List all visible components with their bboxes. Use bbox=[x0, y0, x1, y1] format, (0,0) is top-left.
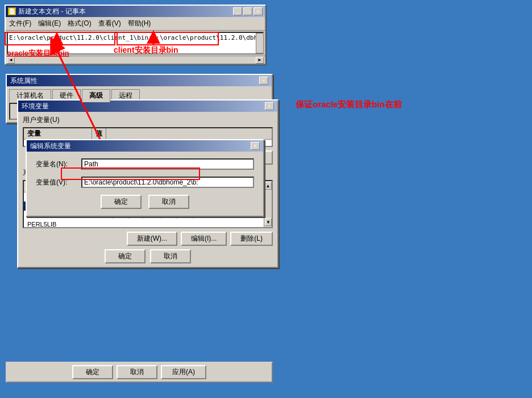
envvars-close-button[interactable]: × bbox=[265, 102, 274, 110]
editsysvar-close-button[interactable]: × bbox=[251, 142, 260, 150]
path-text: E:\oracle\product\11.2.0\client_1\bin;E:… bbox=[9, 34, 261, 41]
envvars-ok-button[interactable]: 确定 bbox=[105, 249, 146, 263]
editsysvar-title: 编辑系统变量 bbox=[30, 141, 71, 151]
right-annotation: 保证oracle安装目录bin在前 bbox=[296, 99, 402, 110]
oracle-bin-annotation: oracle安装目录bin bbox=[7, 48, 69, 58]
hscroll-right-arrow[interactable]: ► bbox=[256, 57, 264, 64]
notepad-close-button[interactable]: × bbox=[253, 7, 263, 15]
menu-view[interactable]: 查看(V) bbox=[97, 18, 122, 29]
sys-new-button[interactable]: 新建(W)... bbox=[127, 232, 177, 246]
notepad-menubar: 文件(F) 编辑(E) 格式(O) 查看(V) 帮助(H) bbox=[6, 17, 265, 31]
sysprops-title: 系统属性 bbox=[10, 76, 38, 86]
tab-advanced[interactable]: 高级 bbox=[82, 89, 110, 102]
sysprops-bottom-buttons: 确定 取消 应用(A) bbox=[6, 362, 273, 383]
user-var-col-var: 变量 bbox=[24, 128, 92, 139]
notepad-vscroll[interactable] bbox=[256, 33, 264, 53]
sysprops-titlebar-buttons: × bbox=[259, 77, 268, 85]
menu-format[interactable]: 格式(O) bbox=[66, 18, 92, 29]
editsysvar-cancel-button[interactable]: 取消 bbox=[148, 195, 189, 209]
client-bin-annotation: client安装目录bin bbox=[114, 45, 178, 56]
scroll-down-arrow[interactable]: ▼ bbox=[265, 218, 272, 226]
sys-var-cell-perl-val bbox=[92, 220, 272, 228]
sysprops-close-button[interactable]: × bbox=[259, 77, 268, 85]
notepad-titlebar-buttons: _ □ × bbox=[233, 7, 263, 15]
envvars-ok-cancel: 确定 取消 bbox=[23, 249, 273, 263]
editsysvar-titlebar: 编辑系统变量 × bbox=[27, 140, 263, 152]
sys-edit-button[interactable]: 编辑(I)... bbox=[181, 232, 227, 246]
sys-var-scrollbar[interactable]: ▲ ▼ bbox=[264, 181, 272, 227]
envvars-titlebar: 环境变量 × bbox=[18, 100, 277, 112]
user-var-header: 变量 值 bbox=[24, 128, 272, 140]
user-var-col-val: 值 bbox=[92, 128, 106, 139]
sys-var-buttons: 新建(W)... 编辑(I)... 删除(L) bbox=[23, 232, 273, 246]
notepad-icon: 📄 bbox=[8, 7, 16, 15]
varvalue-input[interactable] bbox=[81, 177, 254, 188]
varname-input[interactable] bbox=[81, 158, 254, 170]
notepad-minimize-button[interactable]: _ bbox=[233, 7, 242, 15]
notepad-titlebar: 📄 新建文本文档 - 记事本 _ □ × bbox=[6, 6, 265, 17]
editsysvar-body: 变量名(N): 变量值(V): 确定 取消 bbox=[27, 152, 263, 216]
envvars-title: 环境变量 bbox=[22, 102, 49, 111]
sys-delete-button[interactable]: 删除(L) bbox=[230, 232, 273, 246]
menu-file[interactable]: 文件(F) bbox=[8, 18, 32, 29]
notepad-titlebar-left: 📄 新建文本文档 - 记事本 bbox=[8, 7, 86, 16]
sysprops-titlebar: 系统属性 × bbox=[7, 75, 272, 86]
envvars-cancel-button[interactable]: 取消 bbox=[150, 249, 191, 263]
editsysvar-ok-button[interactable]: 确定 bbox=[101, 195, 142, 209]
sysprops-ok-button[interactable]: 确定 bbox=[72, 365, 113, 379]
varname-label: 变量名(N): bbox=[36, 160, 81, 169]
editsysvar-window: 编辑系统变量 × 变量名(N): 变量值(V): 确定 取消 bbox=[26, 139, 264, 217]
varname-row: 变量名(N): bbox=[36, 158, 254, 170]
editsysvar-buttons: 确定 取消 bbox=[36, 195, 254, 209]
menu-help[interactable]: 帮助(H) bbox=[127, 18, 152, 29]
sysprops-cancel-button[interactable]: 取消 bbox=[117, 365, 157, 379]
sys-var-cell-perl-name: PERL5LIB bbox=[24, 220, 92, 228]
sys-var-row-perl[interactable]: PERL5LIB bbox=[24, 220, 272, 228]
varvalue-row: 变量值(V): bbox=[36, 177, 254, 188]
notepad-title: 新建文本文档 - 记事本 bbox=[18, 7, 86, 16]
scroll-up-arrow[interactable]: ▲ bbox=[265, 182, 272, 190]
sysprops-apply-button[interactable]: 应用(A) bbox=[161, 365, 206, 379]
user-var-label: 用户变量(U) bbox=[23, 115, 273, 125]
notepad-maximize-button[interactable]: □ bbox=[243, 7, 252, 15]
varvalue-label: 变量值(V): bbox=[36, 178, 81, 187]
menu-edit[interactable]: 编辑(E) bbox=[37, 18, 62, 29]
